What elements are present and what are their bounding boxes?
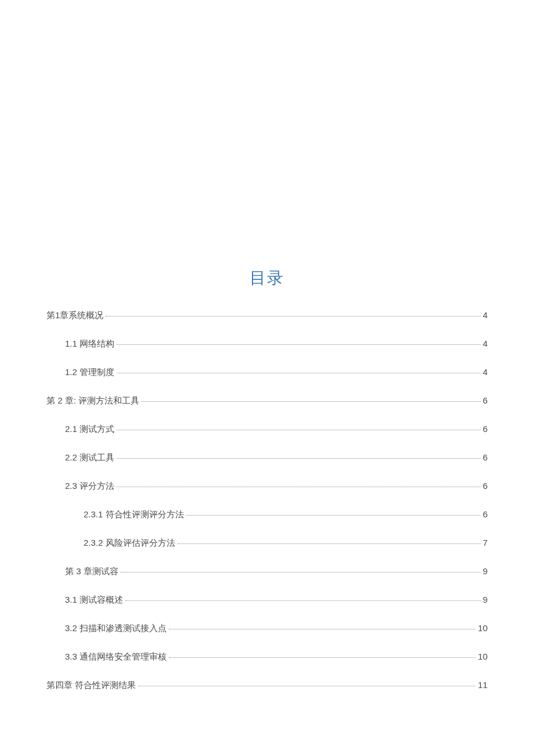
- toc-leader-dots: [125, 600, 481, 601]
- toc-entry: 2.3.1 符合性评测评分方法6: [46, 509, 488, 520]
- toc-entry-page: 4: [483, 339, 488, 348]
- toc-entry-label: 第1章系统概况: [46, 310, 103, 321]
- toc-entry-label: 2.3.1 符合性评测评分方法: [84, 509, 184, 520]
- toc-leader-dots: [138, 686, 475, 686]
- toc-entry-page: 6: [483, 424, 488, 434]
- toc-entry-label: 第 2 章: 评测方法和工具: [46, 395, 139, 406]
- toc-leader-dots: [169, 629, 475, 629]
- toc-entry: 第1章系统概况4: [46, 310, 488, 321]
- toc-entry: 1.1 网络结构4: [46, 339, 488, 350]
- toc-leader-dots: [186, 515, 481, 516]
- toc-entry-label: 2.1 测试方式: [65, 424, 114, 435]
- toc-entry-page: 6: [483, 452, 488, 462]
- toc-entry-label: 3.2 扫描和渗透测试接入点: [65, 623, 167, 634]
- toc-entry-label: 2.3.2 风险评估评分方法: [84, 538, 175, 549]
- toc-entry: 1.2 管理制度4: [46, 367, 488, 378]
- toc-entry: 3.2 扫描和渗透测试接入点10: [46, 623, 488, 634]
- toc-entry-label: 2.3 评分方法: [65, 481, 114, 492]
- toc-entry: 第四章 符合性评测结果11: [46, 680, 488, 691]
- toc-entry: 2.1 测试方式6: [46, 424, 488, 435]
- toc-leader-dots: [117, 430, 481, 430]
- toc-entry-label: 2.2 测试工具: [65, 452, 114, 463]
- toc-leader-dots: [169, 657, 475, 658]
- toc-entry: 第 2 章: 评测方法和工具6: [46, 395, 488, 406]
- toc-entry-page: 9: [483, 566, 488, 576]
- toc-leader-dots: [142, 401, 481, 402]
- toc-entry-page: 4: [483, 367, 488, 377]
- toc-entry-label: 1.2 管理制度: [65, 367, 114, 378]
- toc-entry: 2.3 评分方法6: [46, 481, 488, 492]
- toc-entry-label: 3.1 测试容概述: [65, 595, 123, 606]
- toc-entry-page: 9: [483, 595, 488, 604]
- toc-leader-dots: [117, 458, 481, 459]
- toc-leader-dots: [178, 543, 481, 544]
- toc-entry-label: 3.3 通信网络安全管理审核: [65, 651, 167, 663]
- toc-entry: 2.3.2 风险评估评分方法7: [46, 538, 488, 549]
- toc-entry-label: 第四章 符合性评测结果: [46, 680, 136, 691]
- toc-entry: 2.2 测试工具6: [46, 452, 488, 463]
- toc-entry-page: 10: [478, 623, 488, 633]
- toc-entry-page: 10: [478, 651, 488, 661]
- toc-leader-dots: [117, 487, 481, 487]
- toc-leader-dots: [121, 572, 481, 573]
- toc-entry: 3.3 通信网络安全管理审核10: [46, 651, 488, 663]
- document-page: 目录 第1章系统概况41.1 网络结构41.2 管理制度4第 2 章: 评测方法…: [0, 0, 534, 756]
- toc-entry-page: 7: [483, 538, 488, 548]
- toc-entry-label: 第 3 章测试容: [65, 566, 118, 577]
- toc-entry-page: 6: [483, 509, 488, 519]
- toc-container: 第1章系统概况41.1 网络结构41.2 管理制度4第 2 章: 评测方法和工具…: [46, 310, 488, 691]
- toc-entry: 3.1 测试容概述9: [46, 595, 488, 606]
- toc-leader-dots: [106, 316, 480, 316]
- toc-entry: 第 3 章测试容9: [46, 566, 488, 577]
- toc-entry-page: 11: [478, 680, 488, 690]
- toc-title: 目录: [46, 267, 488, 289]
- toc-entry-page: 4: [483, 310, 488, 320]
- toc-leader-dots: [117, 373, 481, 373]
- toc-leader-dots: [117, 344, 481, 345]
- toc-entry-label: 1.1 网络结构: [65, 339, 114, 350]
- toc-entry-page: 6: [483, 481, 488, 491]
- toc-entry-page: 6: [483, 395, 488, 405]
